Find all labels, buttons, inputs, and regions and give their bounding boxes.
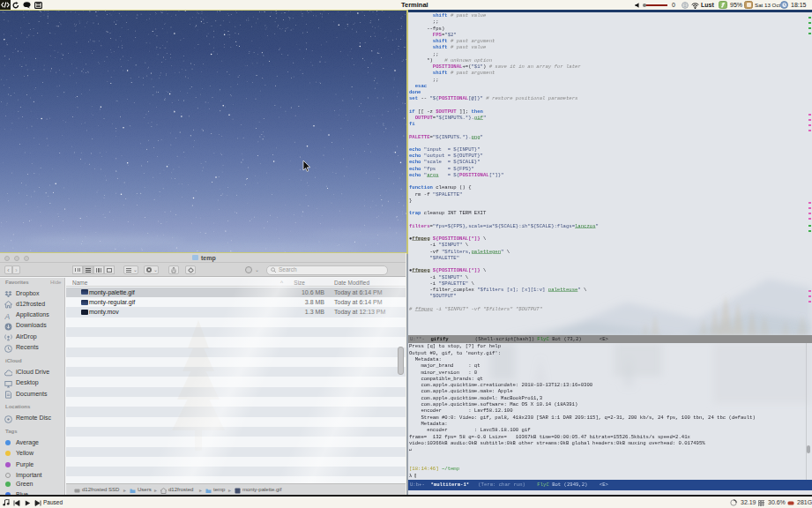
svg-text:A: A — [4, 312, 11, 320]
